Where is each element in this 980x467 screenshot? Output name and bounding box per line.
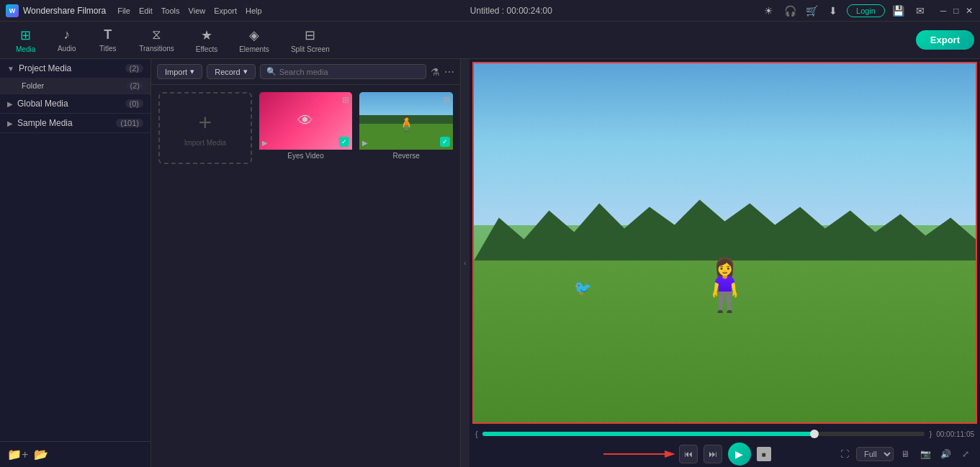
download-icon[interactable]: ⬇	[825, 3, 841, 19]
elements-label: Elements	[239, 45, 269, 53]
menu-tools[interactable]: Tools	[161, 6, 180, 15]
sample-media-count: (101)	[116, 119, 143, 127]
media-toolbar: Import ▾ Record ▾ 🔍 ⚗ ⋯	[151, 59, 460, 85]
menu-edit[interactable]: Edit	[139, 6, 153, 15]
brightness-icon[interactable]: ☀	[760, 3, 776, 19]
record-chevron-icon: ▾	[243, 67, 248, 76]
tab-audio[interactable]: ♪ Audio	[47, 24, 86, 55]
bracket-left-icon[interactable]: {	[475, 430, 478, 438]
step-forward-button[interactable]: ⏭	[703, 445, 722, 463]
media-icon: ⊞	[20, 27, 31, 43]
playback-controls: ⏮ ⏭ ▶ ■	[679, 443, 771, 466]
expand-icon[interactable]: ⤢	[957, 445, 974, 463]
monitor-icon[interactable]: 🖥	[896, 445, 914, 463]
titles-icon: T	[104, 27, 112, 42]
fullscreen-icon[interactable]: ⛶	[836, 445, 853, 463]
tab-transitions[interactable]: ⧖ Transitions	[129, 24, 184, 55]
project-media-count: (2)	[125, 64, 143, 73]
panel-collapse-handle[interactable]: ‹	[461, 59, 469, 467]
chevron-down-icon: ▼	[7, 65, 14, 73]
eyes-thumb-preview: ⊞ 👁 ✓ ▶	[259, 92, 353, 150]
media-grid: + Import Media ⊞ 👁 ✓ ▶ Eyes Video	[151, 85, 460, 467]
grid-view2-icon: ⊞	[443, 95, 450, 105]
menu-bar: File Edit Tools View Export Help	[117, 6, 261, 15]
effects-icon: ★	[201, 27, 212, 43]
step-back-button[interactable]: ⏮	[679, 445, 698, 463]
folder-icon[interactable]: 📂	[34, 448, 48, 461]
media-area: Import ▾ Record ▾ 🔍 ⚗ ⋯ + Import Media	[151, 59, 461, 467]
selected-check2-icon: ✓	[440, 137, 450, 147]
import-button[interactable]: Import ▾	[157, 64, 202, 79]
screenshot-icon[interactable]: 📷	[917, 445, 934, 463]
eyes-emoji: 👁	[297, 112, 313, 130]
preview-progress-track[interactable]	[482, 432, 925, 436]
preview-time-display: 00:00:11:05	[936, 430, 974, 438]
preview-progress-fill	[482, 432, 814, 436]
left-panel: ▼ Project Media (2) Folder (2) ▶ Global …	[0, 59, 151, 467]
menu-export[interactable]: Export	[214, 6, 237, 15]
play-overlay2-icon: ▶	[362, 139, 368, 147]
media-thumb-reverse[interactable]: 🧍 ⊞ ✓ ▶ Reverse	[359, 92, 453, 164]
record-button[interactable]: Record ▾	[207, 64, 255, 79]
volume-icon[interactable]: 🔊	[937, 445, 954, 463]
effects-label: Effects	[196, 45, 217, 53]
main-layout: ▼ Project Media (2) Folder (2) ▶ Global …	[0, 59, 980, 467]
headphone-icon[interactable]: 🎧	[782, 3, 798, 19]
tab-media[interactable]: ⊞ Media	[6, 24, 45, 56]
app-logo: W	[6, 4, 19, 17]
global-media-count: (0)	[125, 99, 143, 108]
chevron-right-icon: ▶	[7, 100, 13, 108]
preview-progress-bar: { } 00:00:11:05	[469, 427, 980, 441]
bracket-right-icon[interactable]: }	[929, 430, 932, 438]
preview-bird: 🐦	[574, 279, 592, 296]
login-button[interactable]: Login	[847, 4, 885, 17]
grid-icon[interactable]: ⋯	[444, 66, 454, 78]
minimize-button[interactable]: ─	[938, 6, 948, 16]
preview-area: 🧍‍♀️ 🐦	[472, 62, 977, 424]
search-input[interactable]	[279, 68, 420, 76]
import-media-placeholder[interactable]: + Import Media	[158, 92, 252, 164]
media-label: Media	[16, 45, 35, 53]
media-tree: ▼ Project Media (2) Folder (2) ▶ Global …	[0, 59, 150, 441]
menu-help[interactable]: Help	[246, 6, 262, 15]
tree-header-sample-left: ▶ Sample Media	[7, 118, 73, 128]
title-bar-right: ☀ 🎧 🛒 ⬇ Login 💾 ✉ ─ □ ✕	[760, 3, 974, 19]
preview-progress-thumb[interactable]	[810, 430, 819, 438]
play-button[interactable]: ▶	[728, 443, 751, 466]
tree-header-sample[interactable]: ▶ Sample Media (101)	[0, 114, 150, 132]
panel-bottom-icons: 📁+ 📂	[0, 441, 150, 467]
tab-elements[interactable]: ◈ Elements	[229, 24, 279, 56]
folder-count: (2)	[127, 81, 143, 90]
filter-icon[interactable]: ⚗	[431, 66, 440, 78]
export-button[interactable]: Export	[916, 30, 974, 50]
app-name: Wondershare Filmora	[23, 6, 106, 16]
tree-header-project[interactable]: ▼ Project Media (2)	[0, 59, 150, 78]
tab-effects[interactable]: ★ Effects	[186, 24, 228, 56]
preview-video: 🧍‍♀️ 🐦	[474, 63, 976, 422]
media-thumb-eyes[interactable]: ⊞ 👁 ✓ ▶ Eyes Video	[259, 92, 353, 164]
tree-section-global: ▶ Global Media (0)	[0, 94, 150, 114]
play-overlay-icon: ▶	[262, 139, 268, 147]
tree-section-sample: ▶ Sample Media (101)	[0, 114, 150, 133]
menu-view[interactable]: View	[189, 6, 206, 15]
tab-splitscreen[interactable]: ⊟ Split Screen	[281, 24, 340, 56]
tree-header-global[interactable]: ▶ Global Media (0)	[0, 94, 150, 113]
record-label: Record	[215, 68, 240, 76]
search-box[interactable]: 🔍	[260, 64, 426, 79]
mail-icon[interactable]: ✉	[912, 3, 928, 19]
cart-icon[interactable]: 🛒	[804, 3, 819, 19]
close-button[interactable]: ✕	[964, 6, 974, 16]
tab-titles[interactable]: T Titles	[88, 24, 127, 55]
save-icon[interactable]: 💾	[891, 3, 907, 19]
add-media-icon: +	[198, 109, 212, 136]
global-media-label: Global Media	[17, 99, 68, 109]
stop-button[interactable]: ■	[757, 447, 771, 461]
menu-file[interactable]: File	[117, 6, 130, 15]
quality-select[interactable]: Full 1/2 1/4	[856, 447, 894, 461]
playback-row: ⏮ ⏭ ▶ ■ ⛶ Full 1/2 1/4 🖥 📷 🔊 ⤢	[469, 441, 980, 467]
tree-child-folder[interactable]: Folder (2)	[0, 78, 150, 94]
new-folder-icon[interactable]: 📁+	[7, 448, 28, 461]
grid-view-icon: ⊞	[342, 95, 349, 105]
preview-right-tools: ⛶ Full 1/2 1/4 🖥 📷 🔊 ⤢	[776, 445, 975, 463]
maximize-button[interactable]: □	[951, 6, 961, 16]
